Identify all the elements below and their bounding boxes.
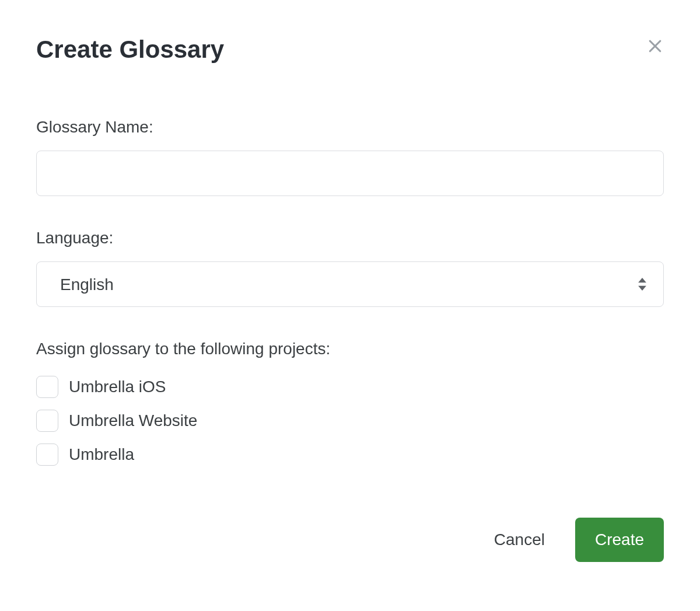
language-select-wrapper: English xyxy=(36,261,664,307)
projects-section: Assign glossary to the following project… xyxy=(36,340,664,466)
checkbox-box xyxy=(36,376,58,398)
language-section: Language: English xyxy=(36,229,664,307)
create-glossary-dialog: Create Glossary Glossary Name: Language:… xyxy=(0,0,700,611)
project-label: Umbrella iOS xyxy=(69,378,166,396)
project-label: Umbrella xyxy=(69,445,134,464)
close-icon xyxy=(646,37,664,57)
checkbox-box xyxy=(36,410,58,432)
projects-label: Assign glossary to the following project… xyxy=(36,340,664,358)
glossary-name-label: Glossary Name: xyxy=(36,118,664,137)
language-select[interactable]: English xyxy=(36,261,664,307)
close-button[interactable] xyxy=(642,33,668,61)
project-checkbox-item[interactable]: Umbrella xyxy=(36,444,664,466)
create-button[interactable]: Create xyxy=(575,518,664,562)
dialog-header: Create Glossary xyxy=(36,35,664,64)
project-checkbox-item[interactable]: Umbrella Website xyxy=(36,410,664,432)
glossary-name-section: Glossary Name: xyxy=(36,118,664,196)
project-label: Umbrella Website xyxy=(69,411,197,430)
language-label: Language: xyxy=(36,229,664,247)
dialog-title: Create Glossary xyxy=(36,35,224,64)
projects-checkbox-list: Umbrella iOS Umbrella Website Umbrella xyxy=(36,376,664,466)
cancel-button[interactable]: Cancel xyxy=(494,530,545,549)
checkbox-box xyxy=(36,444,58,466)
project-checkbox-item[interactable]: Umbrella iOS xyxy=(36,376,664,398)
glossary-name-input[interactable] xyxy=(36,151,664,196)
dialog-footer: Cancel Create xyxy=(494,518,664,562)
